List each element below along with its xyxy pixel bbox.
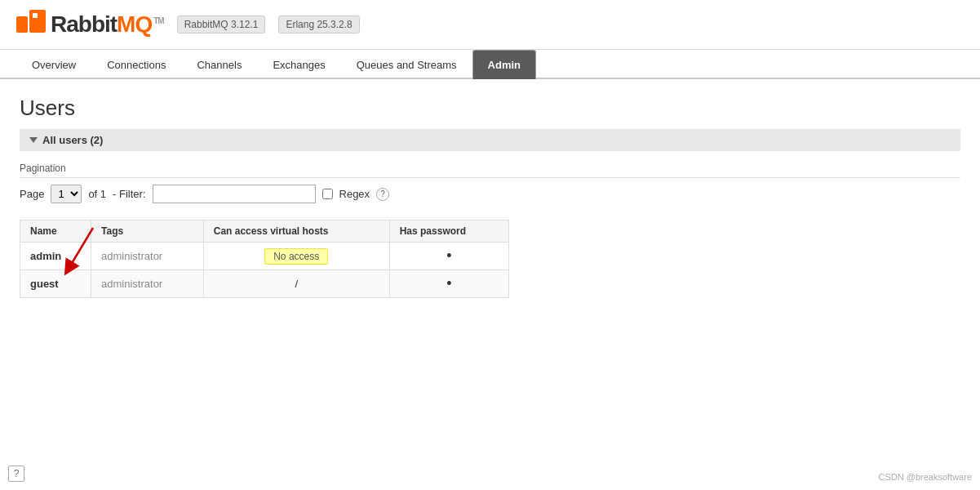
regex-help-icon[interactable]: ? [376,188,389,201]
collapse-icon [29,137,38,143]
cell-has-password: • [389,243,508,270]
cell-tags: administrator [91,243,204,270]
rabbitmq-version-badge: RabbitMQ 3.12.1 [177,16,266,33]
col-header-password: Has password [389,220,508,243]
logo-text: RabbitMQTM [51,11,164,38]
table-row[interactable]: adminadministratorNo access• [20,243,509,270]
page-title: Users [20,96,960,121]
of-label: of 1 [88,188,106,200]
cell-access: No access [203,243,389,270]
cell-name[interactable]: guest [20,270,91,298]
rabbitmq-logo-icon [16,10,46,39]
svg-rect-1 [29,10,46,33]
col-header-tags: Tags [91,220,204,243]
users-table: Name Tags Can access virtual hosts Has p… [20,220,509,298]
filter-text-label: - Filter: [113,188,145,200]
nav-item-queues[interactable]: Queues and Streams [341,50,472,79]
regex-label: Regex [339,188,370,200]
cell-has-password: • [389,270,508,298]
nav-item-connections[interactable]: Connections [91,50,181,79]
nav-item-channels[interactable]: Channels [181,50,257,79]
logo-area: RabbitMQTM [16,10,164,39]
col-header-access: Can access virtual hosts [203,220,389,243]
nav-item-admin[interactable]: Admin [472,50,536,79]
cell-tags: administrator [91,270,204,298]
users-table-wrapper: Name Tags Can access virtual hosts Has p… [20,220,960,298]
nav-item-overview[interactable]: Overview [16,50,91,79]
cell-access: / [203,270,389,298]
filter-input[interactable] [153,185,316,203]
header: RabbitMQTM RabbitMQ 3.12.1 Erlang 25.3.2… [0,0,980,50]
section-header-all-users[interactable]: All users (2) [20,129,960,151]
regex-checkbox[interactable] [322,189,333,199]
section-label: All users (2) [42,134,103,146]
pagination-label: Pagination [20,163,960,178]
svg-rect-0 [16,16,28,33]
erlang-version-badge: Erlang 25.3.2.8 [278,16,359,33]
col-header-name: Name [20,220,91,243]
navigation: Overview Connections Channels Exchanges … [0,50,980,79]
nav-item-exchanges[interactable]: Exchanges [257,50,340,79]
svg-rect-2 [33,13,38,18]
table-row[interactable]: guestadministrator/• [20,270,509,298]
cell-name[interactable]: admin [20,243,91,270]
main-content: Users All users (2) Pagination Page 1 of… [0,79,980,314]
pagination-controls: Page 1 of 1 - Filter: Regex ? [20,185,960,203]
page-text-label: Page [20,188,44,200]
page-select[interactable]: 1 [51,185,82,203]
table-header-row: Name Tags Can access virtual hosts Has p… [20,220,509,243]
